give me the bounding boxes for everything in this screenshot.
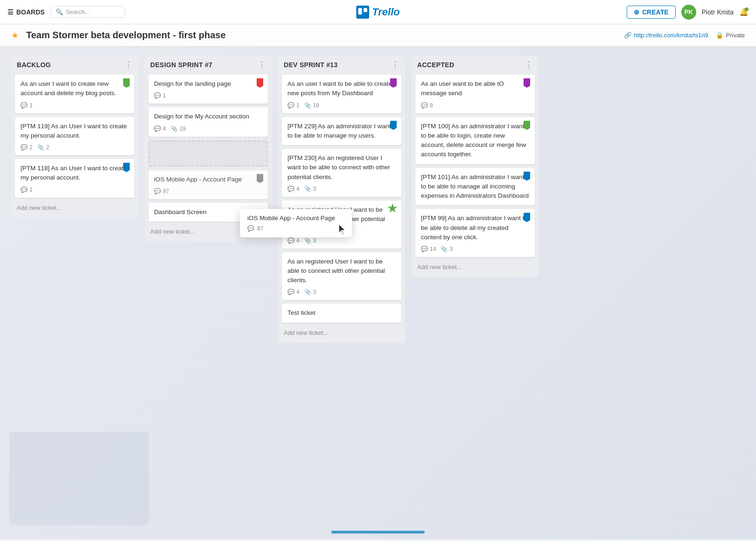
column-accepted: Accepted ⋮ As an user want to be able tO… [412,56,539,277]
privacy-label: Private [726,32,745,39]
avatar[interactable]: PK [681,5,696,20]
comment-count: 1 [29,102,33,109]
column-header-design: DESIGN SPRINT #7 ⋮ [148,61,268,71]
card-attachments: 3 [304,237,316,244]
card-backlog-1[interactable]: As an user I want to create new account … [15,75,134,113]
card-title: [PTM 119] As an User I want to create my… [21,122,129,141]
card-comments: 4 [287,289,300,295]
badge-purple [390,78,397,88]
card-design-2[interactable]: Design for the My Account section 4 19 [148,107,268,136]
star-icon[interactable]: ★ [11,30,19,41]
card-title: Test ticket [287,308,396,318]
columns-area: Backlog ⋮ As an user I want to create ne… [0,47,756,539]
card-comments: 1 [287,102,300,109]
attach-count: 19 [180,125,186,132]
card-accepted-4[interactable]: [PTM 99] As an administrator I want to b… [415,209,535,257]
hamburger-icon: ☰ [7,8,14,16]
board-url[interactable]: 🔗 http://trello.com/kmita/ts1n9 [624,32,708,39]
card-dev-6[interactable]: Test ticket [282,304,401,322]
comment-icon [247,225,254,232]
card-footer: 1 [154,92,262,99]
boards-button[interactable]: ☰ BOARDS [7,8,45,16]
card-design-3[interactable]: iOS Mobile App - Account Page 87 [148,170,268,199]
add-ticket-accepted[interactable]: Add new ticket... [415,261,535,273]
card-footer: 4 19 [154,125,262,132]
board-privacy[interactable]: 🔒 Private [716,32,745,39]
card-title: As an registered User I want to be able … [287,257,396,285]
card-backlog-2[interactable]: [PTM 119] As an User I want to create my… [15,117,134,156]
column-menu-design[interactable]: ⋮ [258,61,266,69]
notification-button[interactable]: 🔔 [739,7,749,16]
column-dev-sprint-13: DEV SPRINT #13 ⋮ As an user I want to be… [278,56,405,343]
card-attachments: 19 [171,125,186,132]
comment-count: 4 [296,237,300,244]
card-attachments: 19 [304,102,319,109]
card-comments: 1 [154,92,166,99]
card-dev-2[interactable]: [PTM 229] As an administrator I want to … [282,117,401,146]
board-url-text: http://trello.com/kmita/ts1n9 [634,32,708,39]
column-title-accepted: Accepted [417,61,454,69]
card-design-1[interactable]: Design for the landing page 1 [148,75,268,104]
card-title: Design for the landing page [154,79,262,89]
scrollbar-hint[interactable] [331,531,425,534]
card-accepted-1[interactable]: As an user want to be able tO message se… [415,75,535,113]
card-attachments: 3 [304,186,316,192]
column-menu-backlog[interactable]: ⋮ [124,61,133,69]
card-title: [PTM 100] As an administrator I want to … [421,122,529,160]
card-footer: 1 19 [287,102,396,109]
column-title-design: DESIGN SPRINT #7 [150,61,212,69]
card-dev-5[interactable]: As an registered User I want to be able … [282,252,401,300]
attach-count: 19 [313,102,319,109]
create-button[interactable]: ⊕ CREATE [627,6,676,19]
search-box[interactable]: 🔍 Search... [50,6,125,18]
column-header-accepted: Accepted ⋮ [415,61,535,71]
add-ticket-backlog[interactable]: Add new ticket... [15,201,134,214]
column-title-backlog: Backlog [17,61,51,69]
card-accepted-2[interactable]: [PTM 100] As an administrator I want to … [415,117,535,164]
card-attachments: 3 [304,289,316,295]
comment-count: 4 [296,186,300,192]
attach-icon [304,237,311,244]
badge-green [524,121,530,130]
trello-logo-icon [356,6,369,19]
card-dev-3[interactable]: [PTM 230] As an registered User I want t… [282,149,401,197]
card-backlog-3[interactable]: [PTM 118] As an User I want to create my… [15,159,134,198]
popup-card[interactable]: iOS Mobile App - Account Page 87 [240,209,352,237]
comment-icon [21,187,28,193]
comment-icon [421,102,428,109]
column-title-dev: DEV SPRINT #13 [284,61,337,69]
search-icon: 🔍 [56,8,63,15]
card-title: [PTM 101] As an administrator I want to … [421,173,529,201]
card-title: As an user I want to create new account … [21,79,129,98]
create-label: CREATE [642,8,669,16]
card-comments: 4 [154,125,166,132]
card-attachments: 3 [441,246,453,252]
card-title: As an user want to be able tO message se… [421,79,529,98]
app-logo[interactable]: Trello [356,6,400,19]
comment-icon [287,186,294,192]
badge-blue [123,163,130,172]
board-title: Team Stormer beta development - first ph… [26,30,226,41]
card-dev-1[interactable]: As an user I want to be able to create n… [282,75,401,113]
add-ticket-dev[interactable]: Add new ticket... [282,326,401,339]
attach-icon [441,246,448,252]
card-footer: 4 3 [287,237,396,244]
attach-icon [304,102,311,109]
column-menu-dev[interactable]: ⋮ [391,61,399,69]
popup-card-title: iOS Mobile App - Account Page [247,215,344,222]
board-titlebar: ★ Team Stormer beta development - first … [0,24,756,47]
card-comments: 2 [21,144,33,151]
card-accepted-3[interactable]: [PTM 101] As an administrator I want to … [415,168,535,206]
badge-blue [524,213,530,222]
comment-count: 4 [296,289,300,295]
comment-count: 1 [29,187,33,193]
attach-count: 3 [313,289,316,295]
user-initials: PK [685,8,693,15]
comment-count: 1 [296,102,300,109]
attach-count: 3 [313,237,316,244]
column-menu-accepted[interactable]: ⋮ [525,61,533,69]
comment-icon [287,289,294,295]
header-right: ⊕ CREATE PK Piotr Kmita 🔔 [627,5,749,20]
comment-icon [154,92,161,99]
column-header-backlog: Backlog ⋮ [15,61,134,71]
